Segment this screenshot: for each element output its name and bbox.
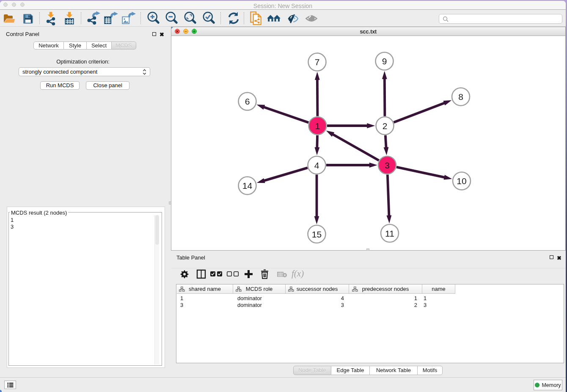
svg-text:2: 2 [383,121,388,131]
svg-text:6: 6 [245,97,250,106]
svg-text:11: 11 [385,229,394,238]
svg-text:7: 7 [315,57,320,67]
svg-text:1: 1 [315,121,320,131]
svg-text:4: 4 [314,160,319,170]
svg-text:9: 9 [382,56,387,66]
svg-text:3: 3 [385,160,390,170]
svg-text:10: 10 [457,176,466,186]
svg-text:8: 8 [458,92,463,102]
svg-text:15: 15 [312,229,322,239]
svg-text:14: 14 [242,181,253,190]
